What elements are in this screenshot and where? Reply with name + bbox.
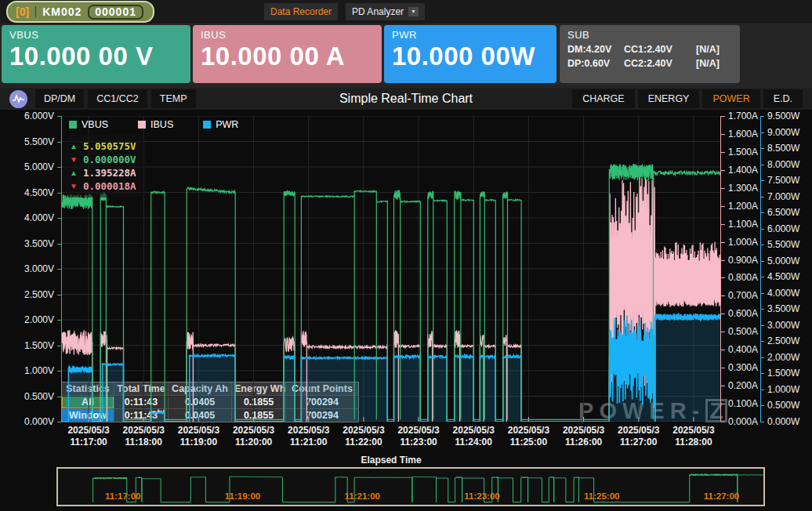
watts-tick [760,261,764,262]
device-bar: [0] KM002 000001 Data Recorder PD Analyz… [0,0,812,24]
tab-temp[interactable]: TEMP [151,89,196,108]
vbus-panel: VBUS 10.000 00 V [2,25,190,83]
readout-row: ▲5.050575V [70,140,136,152]
tab-charge[interactable]: CHARGE [572,89,634,108]
amps-tick [721,386,725,386]
amps-tick-label: 0.300A [728,362,758,373]
amps-tick [721,224,725,225]
watts-tick-label: 6.000W [767,223,799,234]
x-tick-label: 2025/05/311:17:00 [67,425,109,448]
watts-tick-label: 0.000W [767,416,799,427]
watts-tick [760,165,764,165]
main-chart-svg [61,116,721,422]
watts-tick [760,148,764,149]
overview-time-label: 11:25:00 [584,491,619,501]
watts-tick [760,341,764,342]
volts-axis: 6.000V5.500V5.000V4.500V4.000V3.500V3.00… [0,116,61,422]
watts-tick-label: 6.500W [767,207,799,218]
measurement-panels: VBUS 10.000 00 V IBUS 10.000 00 A PWR 10… [2,25,810,83]
watts-tick [760,277,764,277]
watts-axis-line [760,116,761,422]
watts-tick-label: 0.500W [767,400,799,411]
device-badge[interactable]: [0] KM002 000001 [6,1,154,23]
volts-tick-label: 1.500V [24,340,54,351]
watts-tick-label: 2.000W [767,352,799,363]
watts-tick-label: 8.000W [767,159,799,170]
x-tick-label: 2025/05/311:23:00 [397,425,439,448]
amps-tick [721,295,725,296]
tab-e-d-[interactable]: E.D. [763,89,803,108]
watts-tick-label: 2.500W [767,335,799,346]
volts-tick-label: 5.500V [24,136,54,147]
tab-dp-dm[interactable]: DP/DM [35,89,84,108]
amps-axis: 1.700A1.600A1.500A1.400A1.300A1.200A1.10… [721,116,760,422]
amps-tick [721,277,725,278]
amps-tick-label: 0.700A [728,290,758,301]
watts-tick [760,390,764,390]
pwr-panel: PWR 10.000 00W [384,25,556,83]
volts-tick-label: 0.000V [24,416,54,427]
device-slot: [0] [16,5,29,18]
x-tick-label: 2025/05/311:19:00 [178,425,219,448]
watts-tick-label: 8.500W [767,143,799,154]
tab-power[interactable]: POWER [702,89,759,108]
watts-tick [760,293,764,294]
amps-tick [721,242,725,243]
amps-tick [721,260,725,261]
device-serial: 000001 [88,5,143,20]
legend-label: VBUS [82,119,108,130]
volts-tick-label: 0.500V [24,391,54,402]
min-arrow-icon: ▼ [70,155,78,165]
amps-tick [721,116,725,117]
watts-tick-label: 7.500W [767,175,799,186]
ibus-label: IBUS [201,29,374,41]
readout-value: 5.050575V [83,140,136,152]
pwr-label: PWR [392,29,549,41]
volts-tick-label: 2.000V [24,314,54,325]
watts-tick [760,132,764,133]
watts-tick-label: 9.000W [767,127,799,138]
sub-row-1: DM:4.20V CC1:2.40V [N/A] [567,44,732,55]
watts-tick-label: 4.000W [767,288,799,299]
watts-tick [760,229,764,230]
tab-cc1-cc2[interactable]: CC1/CC2 [88,89,147,108]
amps-tick-label: 0.900A [728,255,758,266]
volts-tick-label: 3.500V [24,238,54,249]
readout-row: ▲1.395228A [70,167,136,179]
ibus-panel: IBUS 10.000 00 A [193,25,382,83]
legend-item-ibus[interactable]: IBUS [138,119,173,130]
readout-row: ▼0.000018A [70,180,136,192]
amps-tick [721,332,725,332]
overview-navigator[interactable]: 11:17:0011:19:0011:21:0011:23:0011:25:00… [56,467,765,506]
x-tick-label: 2025/05/311:18:00 [123,425,165,448]
volts-tick-label: 2.500V [24,289,54,300]
legend-label: PWR [216,119,238,130]
watts-tick [760,116,764,117]
power-z-app-window: [0] KM002 000001 Data Recorder PD Analyz… [0,0,812,511]
watts-tick [760,422,764,422]
amps-tick-label: 1.000A [728,237,758,248]
amps-tick-label: 0.400A [728,344,758,355]
legend-item-pwr[interactable]: PWR [203,119,238,130]
chevron-down-icon[interactable]: ▼ [408,7,419,16]
amps-tick [721,170,725,171]
max-arrow-icon: ▲ [70,169,78,178]
cc2-voltage: CC2:2.40V [624,58,696,69]
right-tab-group: CHARGEENERGYPOWERE.D. [569,89,803,108]
waveform-icon[interactable] [9,90,27,108]
sub-panel: SUB DM:4.20V CC1:2.40V [N/A] DP:0.60V CC… [560,25,740,83]
watts-tick-label: 1.000W [767,384,799,395]
legend-item-vbus[interactable]: VBUS [69,119,108,130]
volts-tick-label: 3.000V [24,263,54,274]
amps-tick [721,350,725,350]
overview-time-label: 11:19:00 [225,491,260,501]
tab-energy[interactable]: ENERGY [638,89,700,108]
watts-tick [760,357,764,358]
main-chart-plot[interactable]: StatisticsTotal TimeCapacity AhEnergy Wh… [61,116,721,422]
overview-time-label: 11:21:00 [345,491,380,501]
device-model: KM002 [42,5,82,18]
pd-analyzer-dropdown[interactable]: PD Analyzer ▼ [346,3,425,20]
data-recorder-button[interactable]: Data Recorder [264,3,338,20]
x-tick-label: 2025/05/311:20:00 [233,425,274,448]
x-tick-label: 2025/05/311:25:00 [508,425,549,448]
